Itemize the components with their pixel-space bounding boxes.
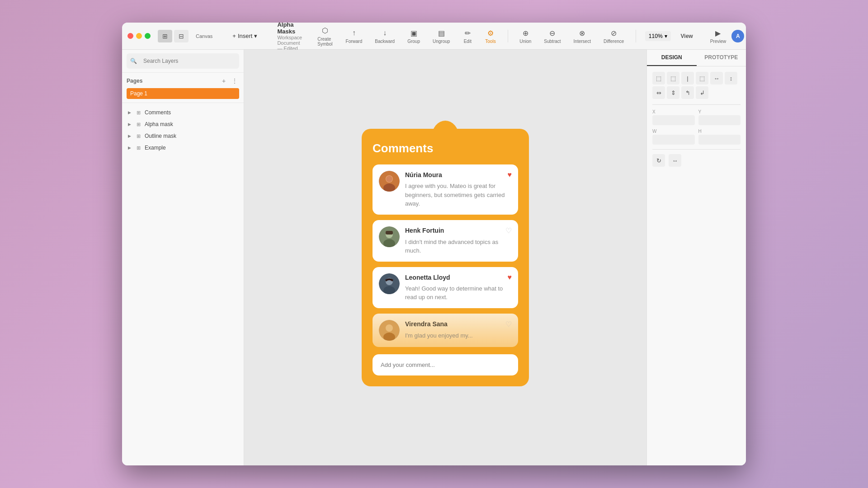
svg-point-12 bbox=[386, 324, 393, 332]
zoom-chevron-icon: ▾ bbox=[665, 33, 667, 39]
insert-button[interactable]: + Insert ▾ bbox=[229, 31, 261, 41]
align-left-btn[interactable]: ⬚ bbox=[652, 72, 665, 84]
group-icon: ▣ bbox=[409, 28, 419, 38]
canvas-single-view-btn[interactable]: ⊞ bbox=[158, 30, 172, 42]
doc-title: Alpha Masks bbox=[277, 23, 302, 35]
canvas-label: Canvas bbox=[196, 33, 212, 39]
intersect-tool[interactable]: ⊗ Intersect bbox=[571, 27, 594, 45]
section-divider-1 bbox=[652, 104, 741, 105]
align-right-btn[interactable]: | bbox=[681, 72, 694, 84]
backward-icon: ↓ bbox=[380, 28, 390, 38]
layers-section: ▶ ⊞ Comments ▶ ⊞ Alpha mask ▶ ⊞ Outline … bbox=[122, 103, 244, 465]
difference-icon: ⊘ bbox=[609, 28, 619, 38]
edit-label: Edit bbox=[464, 39, 472, 44]
user-avatar[interactable]: A bbox=[731, 30, 744, 42]
union-icon: ⊕ bbox=[520, 28, 530, 38]
flip-v-btn[interactable]: ↲ bbox=[696, 86, 708, 99]
tools-icon: ⚙ bbox=[486, 28, 495, 38]
comment-name-virendra: Virendra Sana bbox=[405, 320, 448, 328]
traffic-light-close[interactable] bbox=[127, 33, 133, 39]
flip-icon[interactable]: ↔ bbox=[669, 154, 681, 167]
add-comment-input[interactable] bbox=[373, 354, 518, 375]
search-bar: 🔍 bbox=[122, 50, 244, 73]
w-label: W bbox=[652, 129, 695, 134]
flip-h-btn[interactable]: ↰ bbox=[681, 86, 694, 99]
subtract-tool[interactable]: ⊖ Subtract bbox=[541, 27, 563, 45]
align-top-btn[interactable]: ⬚ bbox=[696, 72, 708, 84]
h-field: H bbox=[698, 129, 741, 145]
distribute-v-btn[interactable]: ⇕ bbox=[667, 86, 679, 99]
panel-tabs: DESIGN PROTOTYPE bbox=[647, 50, 746, 66]
comment-name-nuria: Núria Moura bbox=[405, 171, 442, 178]
align-center-btn[interactable]: ⬚ bbox=[667, 72, 679, 84]
heart-icon-virendra[interactable]: ♡ bbox=[505, 320, 512, 328]
panel-body: ⬚ ⬚ | ⬚ ↔ ↕ ⇔ ⇕ ↰ ↲ X bbox=[647, 66, 746, 176]
traffic-light-minimize[interactable] bbox=[136, 33, 142, 39]
y-field: Y bbox=[698, 109, 741, 125]
card-title: Comments bbox=[373, 141, 518, 155]
tab-prototype[interactable]: PROTOTYPE bbox=[697, 50, 746, 66]
forward-label: Forward bbox=[346, 39, 363, 44]
comment-name-leonetta: Leonetta Lloyd bbox=[405, 274, 450, 281]
ungroup-tool[interactable]: ▤ Ungroup bbox=[430, 27, 453, 45]
view-tool[interactable]: View bbox=[678, 32, 696, 40]
backward-tool[interactable]: ↓ Backward bbox=[372, 27, 397, 45]
h-input[interactable] bbox=[698, 135, 741, 145]
canvas-area: Comments Núria Moura bbox=[244, 50, 646, 465]
comment-header-henk: Henk Fortuin ♡ bbox=[405, 226, 512, 235]
zoom-control[interactable]: 110% ▾ bbox=[645, 31, 671, 41]
align-tools: ⬚ ⬚ | ⬚ ↔ ↕ ⇔ ⇕ ↰ ↲ bbox=[652, 72, 741, 99]
forward-icon: ↑ bbox=[349, 28, 359, 38]
rotate-icon[interactable]: ↻ bbox=[652, 154, 665, 167]
pages-more-button[interactable]: ⋮ bbox=[230, 76, 239, 85]
canvas-grid-view-btn[interactable]: ⊟ bbox=[174, 30, 189, 42]
right-panel: DESIGN PROTOTYPE ⬚ ⬚ | ⬚ ↔ ↕ ⇔ ⇕ ↰ ↲ bbox=[646, 50, 746, 465]
main-content: 🔍 Pages + ⋮ Page 1 ▶ bbox=[122, 50, 746, 465]
layer-group-icon: ⊞ bbox=[135, 144, 142, 151]
heart-icon-henk[interactable]: ♡ bbox=[505, 226, 512, 235]
w-input[interactable] bbox=[652, 135, 695, 145]
difference-tool[interactable]: ⊘ Difference bbox=[601, 27, 627, 45]
layer-item-example[interactable]: ▶ ⊞ Example bbox=[122, 142, 244, 154]
traffic-light-fullscreen[interactable] bbox=[145, 33, 151, 39]
preview-tool[interactable]: ▶ Preview bbox=[710, 28, 726, 44]
position-row: X Y bbox=[652, 109, 741, 125]
tools-tool[interactable]: ⚙ Tools bbox=[482, 27, 498, 45]
search-layers-input[interactable] bbox=[140, 56, 236, 66]
layer-group-icon: ⊞ bbox=[135, 132, 142, 140]
comment-text-henk: I didn't mind the advanced topics as muc… bbox=[405, 238, 512, 255]
section-divider-2 bbox=[652, 149, 741, 150]
align-bottom-btn[interactable]: ↕ bbox=[725, 72, 737, 84]
page-item-page1[interactable]: Page 1 bbox=[127, 88, 239, 99]
doc-info: Alpha Masks Workspace Document — Edited bbox=[277, 23, 302, 51]
svg-point-3 bbox=[386, 176, 392, 182]
view-label: View bbox=[681, 33, 693, 39]
add-page-button[interactable]: + bbox=[219, 76, 228, 85]
create-symbol-tool[interactable]: ⬡ Create Symbol bbox=[315, 25, 335, 47]
heart-icon-leonetta[interactable]: ♥ bbox=[508, 273, 512, 282]
avatar-leonetta bbox=[379, 273, 400, 294]
x-field: X bbox=[652, 109, 695, 125]
align-middle-btn[interactable]: ↔ bbox=[710, 72, 723, 84]
heart-icon-nuria[interactable]: ♥ bbox=[508, 171, 512, 179]
tools-label: Tools bbox=[485, 39, 495, 44]
group-tool[interactable]: ▣ Group bbox=[405, 27, 423, 45]
tab-design[interactable]: DESIGN bbox=[647, 50, 697, 66]
forward-tool[interactable]: ↑ Forward bbox=[343, 27, 365, 45]
union-tool[interactable]: ⊕ Union bbox=[517, 27, 534, 45]
design-card: Comments Núria Moura bbox=[362, 129, 529, 386]
comment-header-leonetta: Leonetta Lloyd ♥ bbox=[405, 273, 512, 282]
layer-item-comments[interactable]: ▶ ⊞ Comments bbox=[122, 107, 244, 118]
comment-body-henk: Henk Fortuin ♡ I didn't mind the advance… bbox=[405, 226, 512, 255]
layer-item-alpha-mask[interactable]: ▶ ⊞ Alpha mask bbox=[122, 118, 244, 130]
search-icon: 🔍 bbox=[130, 58, 137, 64]
comment-card-leonetta: Leonetta Lloyd ♥ Yeah! Good way to deter… bbox=[373, 267, 518, 308]
y-input[interactable] bbox=[698, 115, 741, 125]
layer-item-outline-mask[interactable]: ▶ ⊞ Outline mask bbox=[122, 130, 244, 142]
comment-header-virendra: Virendra Sana ♡ bbox=[405, 320, 512, 328]
comment-body-leonetta: Leonetta Lloyd ♥ Yeah! Good way to deter… bbox=[405, 273, 512, 302]
chevron-down-icon: ▾ bbox=[254, 33, 257, 39]
edit-tool[interactable]: ✏ Edit bbox=[460, 27, 475, 45]
x-input[interactable] bbox=[652, 115, 695, 125]
distribute-h-btn[interactable]: ⇔ bbox=[652, 86, 665, 99]
